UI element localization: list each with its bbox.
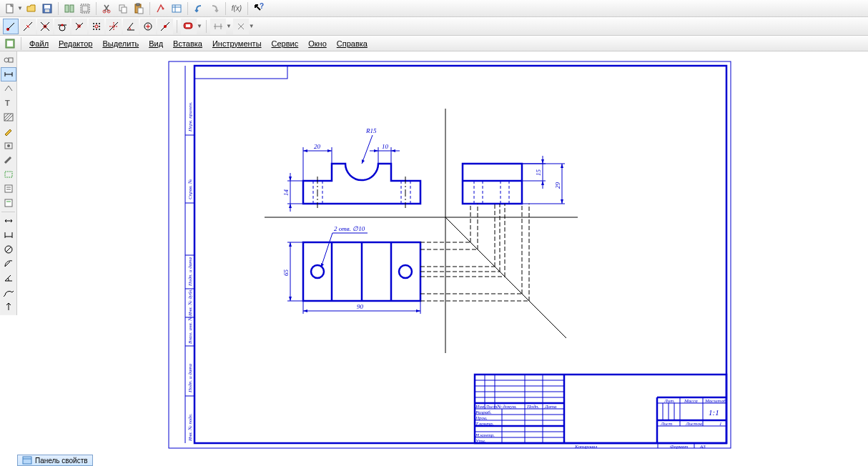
svg-text:№ докум.: № докум.	[496, 404, 517, 410]
menu-insert[interactable]: Вставка	[169, 38, 207, 49]
properties-panel-tab[interactable]: Панель свойств	[17, 455, 93, 466]
snap-nearest-button[interactable]	[20, 19, 36, 34]
snap-center-button[interactable]	[140, 19, 156, 34]
menu-help[interactable]: Справка	[332, 38, 372, 49]
svg-rect-75	[5, 199, 12, 207]
variables-button[interactable]	[169, 1, 184, 16]
copy-button[interactable]	[116, 1, 130, 16]
vt-angle-dim[interactable]	[1, 271, 16, 285]
svg-text:Подп. и дата: Подп. и дата	[187, 364, 193, 393]
layout-button[interactable]	[78, 1, 92, 16]
menu-window[interactable]: Окно	[304, 38, 331, 49]
snap-extra1-button[interactable]	[210, 19, 226, 34]
svg-text:1: 1	[719, 421, 722, 427]
paste-button[interactable]	[132, 1, 146, 16]
snap-perpendicular-button[interactable]	[71, 19, 87, 34]
svg-text:Справ. №: Справ. №	[187, 179, 193, 199]
vt-linear-dim[interactable]	[1, 228, 16, 242]
cut-button[interactable]	[100, 1, 114, 16]
dropdown-icon[interactable]: ▼	[226, 23, 232, 29]
vt-edit[interactable]	[1, 124, 16, 139]
snap-angle-button[interactable]	[123, 19, 139, 34]
svg-point-50	[164, 25, 167, 28]
vt-dimension[interactable]	[1, 67, 16, 81]
dropdown-icon[interactable]: ▼	[249, 23, 255, 29]
svg-text:Перв. примен.: Перв. примен.	[187, 101, 193, 132]
snap-toggle-button[interactable]	[181, 19, 197, 34]
drawing-canvas[interactable]: Перв. примен. Справ. № Подп. и дата Инв.…	[17, 51, 868, 457]
standard-toolbar: ▼ f(x) ?	[0, 0, 868, 17]
vt-arc-dim[interactable]	[1, 285, 16, 299]
vt-report[interactable]	[1, 196, 16, 210]
vt-measure[interactable]	[1, 153, 16, 167]
title-block: Изм Лист № докум. Подп. Дата Разраб. Про…	[475, 375, 726, 450]
svg-text:Инв. № подл.: Инв. № подл.	[187, 413, 193, 442]
menu-tools[interactable]: Инструменты	[208, 38, 266, 49]
vt-rad-dim[interactable]	[1, 257, 16, 271]
svg-point-38	[96, 29, 97, 30]
svg-point-32	[93, 23, 94, 24]
left-toolbar: T	[0, 51, 17, 315]
vt-select[interactable]	[1, 167, 16, 182]
menu-select[interactable]: Выделить	[98, 38, 143, 49]
help-button[interactable]: ?	[252, 1, 266, 16]
vt-auto-dim[interactable]	[1, 214, 16, 228]
save-button[interactable]	[40, 1, 54, 16]
properties-button[interactable]	[154, 1, 168, 16]
svg-text:14: 14	[282, 189, 290, 197]
dropdown-icon[interactable]: ▼	[17, 5, 23, 11]
snap-grid-button[interactable]	[89, 19, 104, 34]
dropdown-icon[interactable]: ▼	[197, 23, 202, 29]
svg-point-33	[96, 23, 97, 24]
undo-button[interactable]	[192, 1, 206, 16]
svg-text:10: 10	[382, 143, 389, 150]
svg-text:90: 90	[357, 303, 364, 310]
top-view: 65 90 2 отв. ∅10	[282, 225, 420, 314]
svg-point-35	[93, 26, 94, 27]
snap-toolbar: ▼ ▼ ▼	[0, 17, 868, 36]
menu-view[interactable]: Вид	[144, 38, 167, 49]
menu-file[interactable]: Файл	[25, 38, 53, 49]
vt-spec[interactable]	[1, 182, 16, 196]
vt-geometry[interactable]	[1, 53, 16, 67]
svg-rect-231	[23, 457, 31, 464]
svg-rect-89	[169, 61, 731, 448]
svg-text:A3: A3	[699, 444, 706, 450]
svg-rect-51	[186, 24, 190, 27]
snap-extra2-button[interactable]	[233, 19, 249, 34]
vt-designation[interactable]	[1, 81, 16, 96]
snap-xy-button[interactable]	[106, 19, 122, 34]
vt-text[interactable]: T	[1, 96, 16, 110]
svg-text:Лит.: Лит.	[664, 398, 675, 404]
menu-editor[interactable]: Редактор	[54, 38, 97, 49]
manager-button[interactable]	[62, 1, 77, 16]
svg-point-39	[99, 29, 100, 30]
svg-point-36	[99, 26, 100, 27]
projection-lines	[265, 109, 578, 353]
menu-service[interactable]: Сервис	[267, 38, 303, 49]
snap-endpoint-button[interactable]	[3, 19, 19, 34]
fx-button[interactable]: f(x)	[230, 1, 244, 16]
svg-point-37	[93, 29, 94, 30]
redo-button[interactable]	[207, 1, 222, 16]
svg-text:Пров.: Пров.	[475, 415, 488, 421]
snap-tangent-button[interactable]	[54, 19, 70, 34]
svg-rect-5	[70, 5, 74, 12]
snap-point-button[interactable]	[157, 19, 173, 34]
svg-text:Листов: Листов	[685, 421, 702, 427]
vt-hatch[interactable]	[1, 110, 16, 124]
svg-point-70	[7, 144, 10, 147]
snap-intersection-button[interactable]	[37, 19, 53, 34]
svg-text:Масса: Масса	[684, 398, 698, 404]
svg-line-86	[4, 295, 5, 297]
vt-params[interactable]	[1, 139, 16, 153]
vt-height-dim[interactable]	[1, 299, 16, 314]
svg-text:15: 15	[535, 169, 542, 177]
svg-text:Н.контр.: Н.контр.	[475, 432, 495, 438]
svg-text:Копировал: Копировал	[574, 444, 597, 450]
svg-text:R15: R15	[365, 127, 377, 134]
new-button[interactable]	[3, 1, 17, 16]
vt-dia-dim[interactable]	[1, 242, 16, 257]
svg-text:Дата: Дата	[544, 404, 557, 410]
open-button[interactable]	[24, 1, 39, 16]
